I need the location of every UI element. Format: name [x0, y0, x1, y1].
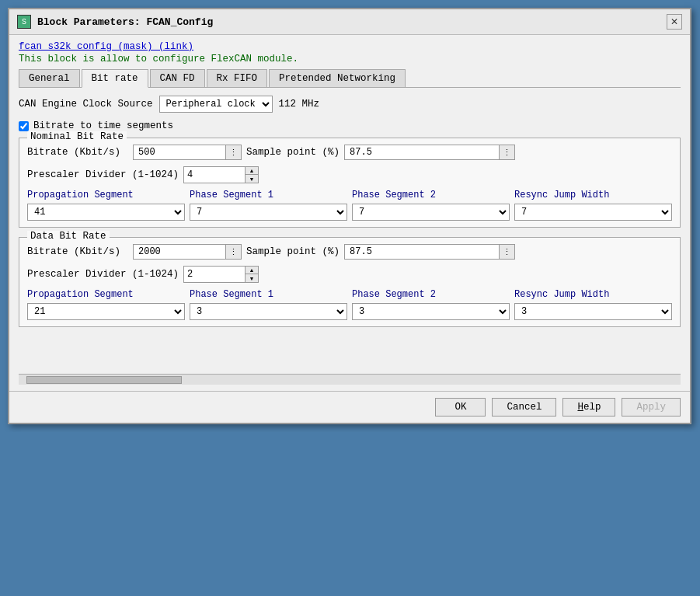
nominal-prescaler-row: Prescaler Divider (1-1024) ▲ ▼: [27, 166, 672, 183]
nominal-phase1-select[interactable]: 7: [190, 204, 347, 221]
nominal-bitrate-input-group: ⋮: [133, 145, 242, 160]
nominal-sample-point-row: Sample point (%) ⋮: [246, 145, 672, 160]
dialog-footer: OK Cancel Help Apply: [9, 391, 690, 423]
data-sample-input-group: ⋮: [344, 244, 515, 260]
tab-general[interactable]: General: [19, 69, 80, 87]
nominal-bitrate-label: Bitrate (Kbit/s): [27, 147, 128, 158]
clock-freq-label: 112 MHz: [279, 99, 320, 110]
mask-link-line: fcan_s32k_config (mask) (link): [19, 41, 681, 52]
tab-bar: General Bit rate CAN FD Rx FIFO Pretende…: [19, 69, 681, 88]
nominal-prescaler-up[interactable]: ▲: [246, 167, 258, 175]
data-prescaler-row: Prescaler Divider (1-1024) ▲ ▼: [27, 266, 672, 283]
horizontal-scrollbar[interactable]: [19, 374, 681, 385]
data-sample-ellipsis[interactable]: ⋮: [500, 244, 515, 260]
data-sample-label: Sample point (%): [246, 246, 340, 257]
nominal-bitrate-row: Bitrate (Kbit/s) ⋮ Sample point (%) ⋮: [27, 145, 672, 160]
clock-source-row: CAN Engine Clock Source Peripheral clock…: [19, 96, 681, 113]
data-seg-header-1: Phase Segment 1: [190, 289, 347, 300]
cancel-label: Cancel: [507, 402, 542, 413]
nominal-sample-input[interactable]: [344, 145, 500, 160]
block-parameters-dialog: S Block Parameters: FCAN_Config ✕ fcan_s…: [8, 8, 691, 424]
data-bitrate-ellipsis[interactable]: ⋮: [226, 244, 242, 260]
nominal-seg-header-3: Resync Jump Width: [514, 190, 672, 200]
ok-label: OK: [454, 402, 466, 413]
nominal-seg-header-2: Phase Segment 2: [352, 190, 510, 200]
clock-source-label: CAN Engine Clock Source: [19, 99, 153, 110]
nominal-sample-input-group: ⋮: [344, 145, 515, 160]
data-bitrate-input[interactable]: [133, 244, 226, 260]
nominal-bit-rate-section: Nominal Bit Rate Bitrate (Kbit/s) ⋮ Samp…: [19, 138, 681, 228]
nominal-sample-label: Sample point (%): [246, 147, 340, 158]
nominal-prescaler-input-wrap: ▲ ▼: [183, 166, 259, 183]
data-prescaler-down[interactable]: ▼: [246, 274, 258, 282]
data-sample-input[interactable]: [344, 244, 500, 260]
info-description: This block is allow to configure FlexCAN…: [19, 54, 681, 64]
data-prescaler-label: Prescaler Divider (1-1024): [27, 269, 179, 280]
bitrate-checkbox-row: Bitrate to time segments: [19, 120, 681, 131]
nominal-seg-header-0: Propagation Segment: [27, 190, 185, 200]
bitrate-checkbox-label: Bitrate to time segments: [33, 120, 173, 131]
data-seg-header-2: Phase Segment 2: [352, 289, 510, 300]
nominal-prescaler-spin: ▲ ▼: [246, 166, 259, 183]
clock-source-select[interactable]: Peripheral clock OSC clock: [159, 96, 273, 113]
nominal-phase2-select[interactable]: 7: [352, 204, 510, 221]
nominal-prescaler-label: Prescaler Divider (1-1024): [27, 169, 179, 180]
title-bar: S Block Parameters: FCAN_Config ✕: [9, 9, 690, 35]
tab-pretended-networking[interactable]: Pretended Networking: [269, 69, 406, 87]
data-phase1-select[interactable]: 3: [190, 303, 347, 320]
nominal-prescaler-down[interactable]: ▼: [246, 175, 258, 183]
ok-button[interactable]: OK: [435, 398, 486, 417]
dialog-body: fcan_s32k_config (mask) (link) This bloc…: [9, 35, 690, 391]
close-button[interactable]: ✕: [667, 14, 682, 30]
nominal-prop-seg-select[interactable]: 41: [27, 204, 185, 221]
nominal-seg-values: 41 7 7 7: [27, 204, 672, 221]
apply-button[interactable]: Apply: [622, 398, 681, 417]
data-bitrate-input-group: ⋮: [133, 244, 242, 260]
data-bit-rate-section: Data Bit Rate Bitrate (Kbit/s) ⋮ Sample …: [19, 237, 681, 327]
data-seg-values: 21 3 3 3: [27, 303, 672, 320]
mask-link[interactable]: fcan_s32k_config (mask) (link): [19, 41, 193, 52]
clock-source-select-wrapper: Peripheral clock OSC clock: [159, 96, 273, 113]
bitrate-checkbox[interactable]: [19, 121, 29, 131]
dialog-title: Block Parameters: FCAN_Config: [37, 16, 213, 28]
data-seg-header-3: Resync Jump Width: [514, 289, 672, 300]
data-prescaler-up[interactable]: ▲: [246, 267, 258, 274]
nominal-seg-headers: Propagation Segment Phase Segment 1 Phas…: [27, 190, 672, 200]
nominal-prescaler-input[interactable]: [183, 166, 246, 183]
scrollbar-thumb[interactable]: [26, 376, 182, 384]
data-prop-seg-select[interactable]: 21: [27, 303, 185, 320]
nominal-bitrate-input[interactable]: [133, 145, 226, 160]
data-bitrate-row: Bitrate (Kbit/s) ⋮ Sample point (%) ⋮: [27, 244, 672, 260]
data-bitrate-label: Bitrate (Kbit/s): [27, 246, 128, 257]
data-prescaler-spin: ▲ ▼: [246, 266, 259, 283]
tab-rxfifo[interactable]: Rx FIFO: [207, 69, 268, 87]
tab-canfd[interactable]: CAN FD: [150, 69, 205, 87]
dialog-icon: S: [17, 15, 31, 29]
data-rjw-select[interactable]: 3: [514, 303, 672, 320]
nominal-rjw-select[interactable]: 7: [514, 204, 672, 221]
tab-bitrate[interactable]: Bit rate: [82, 69, 148, 88]
help-label: Help: [577, 402, 601, 413]
data-phase2-select[interactable]: 3: [352, 303, 510, 320]
title-bar-left: S Block Parameters: FCAN_Config: [17, 15, 213, 29]
nominal-bitrate-ellipsis[interactable]: ⋮: [226, 145, 242, 160]
nominal-sample-ellipsis[interactable]: ⋮: [500, 145, 515, 160]
data-prescaler-input[interactable]: [183, 266, 246, 283]
data-seg-headers: Propagation Segment Phase Segment 1 Phas…: [27, 289, 672, 300]
data-section-title: Data Bit Rate: [27, 231, 110, 242]
cancel-button[interactable]: Cancel: [492, 398, 556, 417]
nominal-seg-header-1: Phase Segment 1: [190, 190, 347, 200]
data-seg-header-0: Propagation Segment: [27, 289, 185, 300]
data-prescaler-input-wrap: ▲ ▼: [183, 266, 259, 283]
data-sample-point-row: Sample point (%) ⋮: [246, 244, 672, 260]
nominal-section-title: Nominal Bit Rate: [27, 131, 127, 142]
apply-label: Apply: [636, 402, 666, 413]
help-button[interactable]: Help: [562, 398, 615, 417]
